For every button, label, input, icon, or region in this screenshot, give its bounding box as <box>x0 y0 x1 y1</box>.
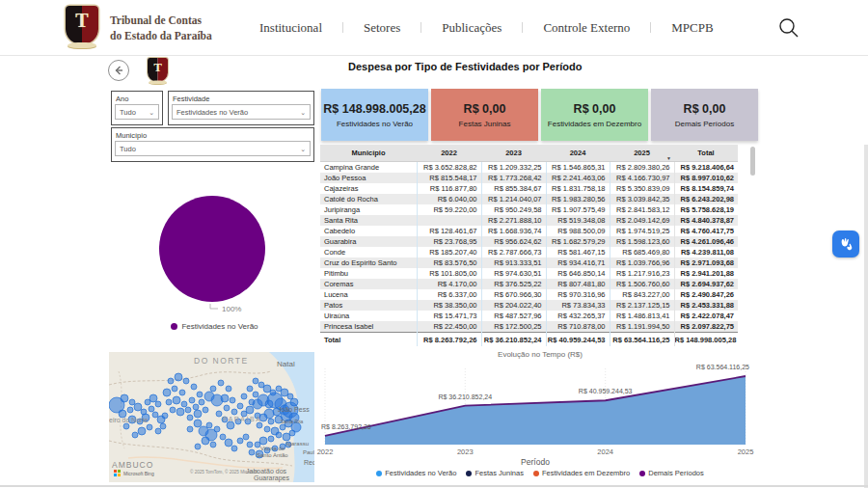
map-bubble[interactable] <box>189 397 195 403</box>
back-button[interactable] <box>108 60 129 81</box>
col-header-2024[interactable]: 2024 <box>546 145 610 162</box>
table-row[interactable]: CajazeirasR$ 116.877,80R$ 855.384,67R$ 1… <box>320 183 738 194</box>
nav-item-publicações[interactable]: Publicações <box>421 20 522 36</box>
map-bubble[interactable] <box>210 442 216 447</box>
nav-item-controle-externo[interactable]: Controle Externo <box>523 20 650 36</box>
map-bubble[interactable] <box>160 423 166 429</box>
map-bubble[interactable] <box>173 396 180 404</box>
map-bubble[interactable] <box>231 409 237 415</box>
map-bubble[interactable] <box>166 399 172 405</box>
map-bubble[interactable] <box>197 392 203 397</box>
table-row[interactable]: CoremasR$ 4.170,00R$ 376.525,22R$ 807.48… <box>320 279 738 289</box>
map-bubble[interactable] <box>276 432 282 438</box>
col-header-2025[interactable]: 2025▼ <box>610 145 674 162</box>
map-bubble[interactable] <box>241 393 247 399</box>
table-row[interactable]: Santa RitaR$ 2.271.888,10R$ 519.348,08R$… <box>320 215 738 226</box>
map-bubble[interactable] <box>149 406 154 412</box>
table-row[interactable]: PatosR$ 38.350,00R$ 204.022,40R$ 73.834,… <box>320 300 738 311</box>
map-bubble[interactable] <box>225 439 232 447</box>
map-bubble[interactable] <box>218 380 224 386</box>
map-bubble[interactable] <box>194 420 202 427</box>
table-row[interactable]: JuripirangaR$ 59.220,00R$ 950.249,58R$ 1… <box>320 204 738 215</box>
col-header-2023[interactable]: 2023 <box>481 145 546 162</box>
map-bubble[interactable] <box>237 403 243 409</box>
col-header-2022[interactable]: 2022 <box>417 145 481 162</box>
table-row[interactable]: CabedeloR$ 128.461,67R$ 1.668.936,74R$ 9… <box>320 226 738 236</box>
map-bubble[interactable] <box>263 385 271 393</box>
map-visual[interactable]: DO NORTENatalPARAÍBAJoão PessSanta RitaI… <box>109 352 314 482</box>
table-row[interactable]: Catolé do RochaR$ 6.040,00R$ 1.214.040,0… <box>320 194 738 204</box>
nav-item-mpcpb[interactable]: MPCPB <box>651 20 733 36</box>
map-bubble[interactable] <box>179 390 185 395</box>
map-bubble[interactable] <box>129 399 135 405</box>
map-bubble[interactable] <box>152 412 158 418</box>
map-bubble[interactable] <box>163 389 171 396</box>
nav-item-setores[interactable]: Setores <box>343 20 420 36</box>
pie-slice-festividades-verao[interactable] <box>159 196 265 302</box>
table-row[interactable]: Campina GrandeR$ 3.652.828,82R$ 1.209.33… <box>320 162 738 174</box>
map-bubble[interactable] <box>155 401 161 407</box>
map-bubble[interactable] <box>268 436 274 442</box>
map-bubble[interactable] <box>123 423 129 429</box>
map-bubble[interactable] <box>202 437 209 445</box>
map-bubble[interactable] <box>220 434 226 440</box>
table-row[interactable]: João PessoaR$ 815.548,17R$ 1.773.268,42R… <box>320 173 738 183</box>
map-bubble[interactable] <box>246 406 254 414</box>
map-bubble[interactable] <box>175 373 182 381</box>
map-bubble[interactable] <box>183 378 189 384</box>
legend-item-festividades-em-dezembro[interactable]: Festividades em Dezembro <box>533 469 630 477</box>
map-bubble[interactable] <box>134 403 142 411</box>
map-bubble[interactable] <box>281 389 288 396</box>
filter-festividade-dropdown[interactable]: Festividades no Verão ⌄ <box>172 104 311 120</box>
map-bubble[interactable] <box>170 407 176 413</box>
table-row[interactable]: LucenaR$ 6.337,00R$ 670.966,30R$ 970.316… <box>320 289 738 300</box>
map-bubble[interactable] <box>227 421 234 429</box>
map-bubble[interactable] <box>210 386 216 392</box>
map-bubble[interactable] <box>193 404 199 410</box>
col-header-total[interactable]: Total <box>674 145 738 162</box>
map-bubble[interactable] <box>231 446 237 451</box>
map-bubble[interactable] <box>258 382 264 388</box>
map-bubble[interactable] <box>249 449 255 455</box>
map-bubble[interactable] <box>276 386 282 392</box>
table-row[interactable]: Princesa IsabelR$ 22.450,00R$ 172.500,25… <box>320 321 738 333</box>
map-bubble[interactable] <box>230 397 235 403</box>
map-bubble[interactable] <box>253 378 258 384</box>
map-bubble[interactable] <box>237 438 243 444</box>
table-row[interactable]: UiraúnaR$ 15.471,73R$ 487.527,96R$ 432.2… <box>320 311 738 321</box>
table-row[interactable]: GuarabiraR$ 23.768,95R$ 956.624,62R$ 1.6… <box>320 236 738 247</box>
map-bubble[interactable] <box>181 401 187 407</box>
map-bubble[interactable] <box>149 394 157 402</box>
filter-ano-dropdown[interactable]: Tudo ⌄ <box>115 104 159 120</box>
map-bubble[interactable] <box>253 392 258 397</box>
map-bubble[interactable] <box>243 434 249 440</box>
map-bubble[interactable] <box>162 413 168 419</box>
map-bubble[interactable] <box>132 432 138 438</box>
map-bubble[interactable] <box>280 424 285 430</box>
map-bubble[interactable] <box>290 398 298 406</box>
map-bubble[interactable] <box>221 394 229 402</box>
map-bubble[interactable] <box>247 442 253 447</box>
map-bubble[interactable] <box>224 405 230 411</box>
map-bubble[interactable] <box>185 407 191 413</box>
vlibras-accessibility-button[interactable] <box>832 230 859 258</box>
map-bubble[interactable] <box>268 419 274 424</box>
map-bubble[interactable] <box>216 411 222 417</box>
table-row[interactable]: CondeR$ 185.207,40R$ 2.787.666,73R$ 581.… <box>320 247 738 258</box>
map-bubble[interactable] <box>138 427 146 435</box>
map-bubble[interactable] <box>247 386 253 392</box>
map-bubble[interactable] <box>257 422 262 428</box>
map-bubble[interactable] <box>259 437 267 445</box>
map-bubble[interactable] <box>147 424 152 430</box>
col-header-município[interactable]: Município <box>320 145 417 162</box>
expense-table[interactable]: Município2022202320242025▼TotalCampina G… <box>320 145 738 346</box>
map-bubble[interactable] <box>214 426 220 432</box>
legend-item-demais-períodos[interactable]: Demais Períodos <box>639 469 704 477</box>
legend-item-festividades-no-verão[interactable]: Festividades no Verão <box>376 469 456 477</box>
map-bubble[interactable] <box>206 422 212 428</box>
nav-item-institucional[interactable]: Institucional <box>239 20 342 36</box>
map-bubble[interactable] <box>195 444 201 449</box>
map-bubble[interactable] <box>199 399 204 405</box>
map-bubble[interactable] <box>155 428 161 434</box>
map-bubble[interactable] <box>121 394 128 402</box>
